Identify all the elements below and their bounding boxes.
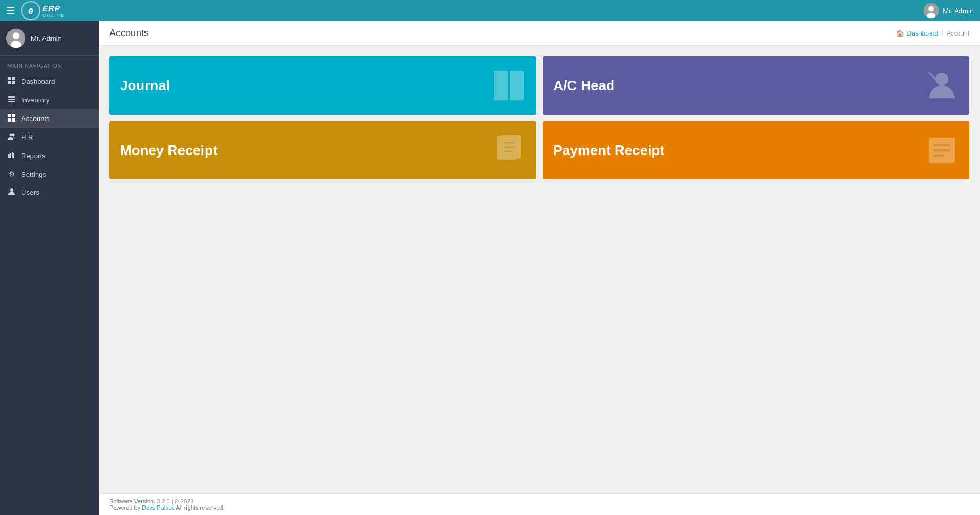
sidebar-item-users[interactable]: Users: [0, 183, 99, 202]
dashboard-icon: [7, 77, 16, 86]
svg-rect-22: [13, 153, 14, 158]
sidebar-username: Mr. Admin: [31, 35, 62, 42]
nav-section-label: MAIN NAVIGATION: [0, 56, 99, 72]
navbar-left: ☰ e ERP ONLINE: [6, 1, 65, 20]
sidebar-item-label-accounts: Accounts: [21, 115, 49, 123]
svg-rect-13: [8, 114, 11, 117]
ac-head-icon: [925, 68, 959, 102]
sidebar-item-label-dashboard: Dashboard: [21, 78, 55, 85]
money-receipt-icon: [492, 133, 526, 167]
page-title: Accounts: [109, 28, 149, 39]
sidebar-item-label-reports: Reports: [21, 152, 46, 160]
logo-container: e ERP ONLINE: [21, 1, 65, 20]
footer-rights: All rights reserved.: [175, 504, 225, 511]
svg-point-26: [935, 73, 948, 85]
footer-powered-text: Powered by: [109, 504, 142, 511]
sidebar-item-inventory[interactable]: Inventory: [0, 91, 99, 109]
sidebar: Mr. Admin MAIN NAVIGATION Dashboard Inve…: [0, 21, 99, 515]
logo-e-text: e: [28, 5, 33, 16]
reports-icon: [7, 151, 16, 160]
footer-company-link[interactable]: Devs Palace: [142, 504, 175, 511]
accounts-icon: [7, 114, 16, 123]
cards-container: Journal A/C Head: [99, 46, 980, 493]
breadcrumb-current: Account: [947, 30, 969, 37]
svg-rect-25: [510, 71, 524, 100]
breadcrumb-dashboard-link[interactable]: Dashboard: [907, 30, 939, 37]
sidebar-item-accounts[interactable]: Accounts: [0, 109, 99, 128]
sidebar-user: Mr. Admin: [0, 21, 99, 56]
sidebar-item-settings[interactable]: ⚙ Settings: [0, 165, 99, 183]
breadcrumb: 🏠 Dashboard / Account: [896, 30, 969, 37]
svg-rect-11: [8, 99, 15, 100]
payment-receipt-icon: [925, 133, 959, 167]
svg-point-23: [10, 188, 13, 192]
logo-subtext: ONLINE: [42, 13, 65, 18]
svg-rect-24: [494, 71, 508, 100]
navbar-right: Mr. Admin: [924, 3, 974, 18]
svg-rect-15: [8, 118, 11, 122]
top-avatar: [924, 3, 939, 18]
card-journal[interactable]: Journal: [109, 56, 536, 115]
settings-icon: ⚙: [7, 170, 16, 178]
sidebar-avatar: [6, 29, 25, 48]
card-ac-head-title: A/C Head: [553, 78, 615, 94]
svg-rect-16: [12, 118, 15, 122]
card-money-receipt[interactable]: Money Receipt: [109, 121, 536, 179]
sidebar-item-reports[interactable]: Reports: [0, 147, 99, 165]
svg-rect-21: [12, 152, 13, 158]
journal-icon: [492, 68, 526, 102]
card-journal-title: Journal: [120, 78, 170, 94]
svg-point-1: [928, 6, 934, 12]
hamburger-icon[interactable]: ☰: [6, 5, 15, 16]
svg-rect-6: [8, 77, 11, 80]
svg-rect-12: [8, 101, 15, 102]
sidebar-item-dashboard[interactable]: Dashboard: [0, 72, 99, 91]
svg-rect-9: [12, 81, 15, 84]
logo-text: ERP: [42, 4, 61, 13]
users-icon: [7, 188, 16, 197]
footer-version: Software Version: 3.2.0 | © 2023: [109, 498, 969, 504]
svg-rect-8: [8, 81, 11, 84]
content-header: Accounts 🏠 Dashboard / Account: [99, 21, 980, 46]
card-money-receipt-title: Money Receipt: [120, 142, 218, 159]
card-ac-head[interactable]: A/C Head: [543, 56, 970, 115]
hr-icon: [7, 133, 16, 142]
svg-rect-20: [10, 153, 11, 158]
content-area: Accounts 🏠 Dashboard / Account Journal: [99, 21, 980, 515]
card-payment-receipt-title: Payment Receipt: [553, 142, 665, 159]
sidebar-item-label-settings: Settings: [21, 170, 46, 178]
inventory-icon: [7, 96, 16, 105]
sidebar-item-label-hr: H R: [21, 133, 33, 141]
card-payment-receipt[interactable]: Payment Receipt: [543, 121, 970, 179]
svg-point-18: [12, 134, 15, 136]
svg-point-17: [10, 134, 12, 136]
svg-rect-14: [12, 114, 15, 117]
top-username: Mr. Admin: [943, 7, 974, 15]
top-navbar: ☰ e ERP ONLINE Mr. Admin: [0, 0, 980, 21]
svg-rect-10: [8, 96, 15, 98]
dashboard-icon-breadcrumb: 🏠: [896, 30, 904, 37]
sidebar-item-hr[interactable]: H R: [0, 128, 99, 147]
sidebar-item-label-users: Users: [21, 188, 39, 196]
svg-rect-19: [8, 154, 10, 158]
breadcrumb-separator: /: [941, 30, 943, 37]
logo-text-block: ERP ONLINE: [42, 4, 65, 18]
footer-powered: Powered by Devs Palace All rights reserv…: [109, 504, 969, 511]
content-footer: Software Version: 3.2.0 | © 2023 Powered…: [99, 493, 980, 515]
logo-circle: e: [21, 1, 40, 20]
main-layout: Mr. Admin MAIN NAVIGATION Dashboard Inve…: [0, 21, 980, 515]
svg-rect-7: [12, 77, 15, 80]
svg-point-4: [13, 32, 20, 39]
sidebar-item-label-inventory: Inventory: [21, 96, 49, 104]
